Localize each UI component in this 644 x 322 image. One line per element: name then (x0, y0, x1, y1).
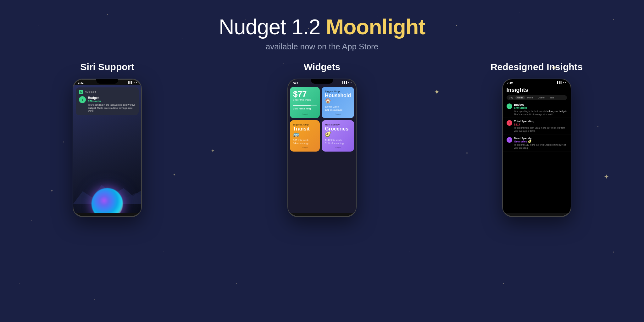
phone-status-icons-3: ▐▐▐ ▲ ▪ (556, 81, 566, 84)
insights-tabs: Day Week Month Quarter Year (507, 95, 567, 100)
title-plain: Nudget 1.2 (219, 15, 326, 39)
tab-quarter[interactable]: Quarter (536, 96, 547, 99)
phone-time-1: 7:32 (78, 81, 83, 84)
phone-time-3: 7:30 (507, 81, 513, 84)
tab-month[interactable]: Month (525, 96, 535, 99)
insight-budget-amount: $79 under (514, 106, 567, 109)
insight-spendy-content: Most Spendy Groceries 🥑 You spent $112 i… (514, 137, 567, 150)
feature-label-siri: Siri Support (80, 62, 135, 72)
insight-spending-content: Total Spending $217 You spent more than … (514, 120, 567, 133)
widget-line1-jump: $35 this week (293, 139, 317, 142)
widget-biggest-jump: Biggest Jump Transit 🚌 $35 this week $4 … (290, 120, 320, 152)
tab-year[interactable]: Year (548, 96, 556, 99)
nudget-header: N NUDGET (79, 90, 136, 94)
widget-category-spendy: Groceries 🥑 (325, 126, 351, 137)
widget-progress-bar (293, 105, 317, 106)
feature-siri-support: Siri Support 7:32 ▐▐▐ ▲ ▪ N NUDGET ↓ Bud… (0, 62, 215, 217)
widget-label-drop: Biggest Drop (325, 90, 351, 93)
widget-footer-2: Nudget (325, 113, 351, 115)
widget-line1-drop: $2 this week (325, 105, 351, 108)
phone-widgets: 7:34 ▐▐▐ ▲ ▪ $77 under this week (287, 79, 357, 217)
widget-remaining: 26% remaining (293, 107, 317, 110)
insight-budget: ↓ Budget $79 under Your spending in the … (503, 101, 571, 118)
insight-budget-row: ↓ Budget $79 under Your spending in the … (507, 103, 567, 116)
notification-amount: $79 under (88, 100, 136, 103)
insight-most-spendy: ↑ Most Spendy Groceries 🥑 You spent $112… (503, 135, 571, 152)
insight-spendy-icon: ↑ (507, 137, 512, 143)
title-highlight: Moonlight (326, 15, 425, 39)
notification-title: Budget (88, 96, 136, 100)
insight-spendy-amount: Groceries 🥑 (514, 140, 567, 143)
insight-spendy-body: You spent $112 in the last week, represe… (514, 143, 567, 150)
widget-footer-1: Nudget (293, 113, 317, 115)
insight-total-spending: ↑ Total Spending $217 You spent more tha… (503, 118, 571, 135)
feature-widgets: Widgets 7:34 ▐▐▐ ▲ ▪ $77 under this week (215, 62, 430, 217)
widget-biggest-drop: Biggest Drop Household 🏠 $2 this week $2… (322, 87, 354, 118)
page-title: Nudget 1.2 Moonlight (0, 15, 644, 39)
tab-week[interactable]: Week (515, 96, 525, 99)
feature-label-insights: Redesigned Insights (491, 62, 583, 72)
phone1-screen: N NUDGET ↓ Budget $79 under Your spendin… (73, 85, 141, 213)
feature-insights: Redesigned Insights 7:30 ▐▐▐ ▲ ▪ Insight… (429, 62, 644, 217)
insight-spending-body: You spent more than usual in the last we… (514, 126, 567, 133)
page-header: Nudget 1.2 Moonlight available now on th… (0, 0, 644, 52)
widget-label-spendy: Most Spendy (325, 123, 351, 126)
insight-spending-icon: ↑ (507, 120, 512, 126)
widget-amount: $77 (293, 90, 317, 98)
phone-time-2: 7:34 (292, 81, 298, 84)
insights-title: Insights (507, 87, 567, 93)
widget-line2-drop: $21 on average (325, 108, 351, 111)
phone-notch-2 (311, 79, 333, 84)
widget-line1-spendy: $112 this week (325, 139, 351, 142)
widget-line2-jump: $4 on average (293, 142, 317, 145)
phone-status-icons-2: ▐▐▐ ▲ ▪ (341, 81, 352, 84)
phone-notch-3 (526, 79, 548, 84)
phone3-screen: Insights Day Week Month Quarter Year ↓ B (503, 85, 571, 213)
phone-status-icons-1: ▐▐▐ ▲ ▪ (127, 81, 137, 84)
insight-budget-icon: ↓ (507, 103, 512, 109)
widget-progress-fill (293, 105, 311, 106)
notification-content: ↓ Budget $79 under Your spending in the … (79, 96, 136, 113)
siri-notification: N NUDGET ↓ Budget $79 under Your spendin… (76, 87, 139, 115)
widget-sub-label: under this week (293, 98, 317, 101)
widget-budget: $77 under this week 26% remaining Nudget (290, 87, 320, 118)
features-section: Siri Support 7:32 ▐▐▐ ▲ ▪ N NUDGET ↓ Bud… (0, 62, 644, 217)
phone-notch-1 (96, 79, 118, 84)
page-subtitle: available now on the App Store (0, 42, 644, 52)
widget-label-jump: Biggest Jump (293, 123, 317, 126)
widget-most-spendy: Most Spendy Groceries 🥑 $112 this week 5… (322, 120, 354, 152)
insight-spendy-row: ↑ Most Spendy Groceries 🥑 You spent $112… (507, 137, 567, 150)
budget-down-icon: ↓ (79, 96, 86, 103)
widget-category-jump: Transit 🚌 (293, 126, 317, 137)
widget-category-drop: Household 🏠 (325, 93, 351, 104)
phone2-screen: $77 under this week 26% remaining Nudget (288, 85, 356, 213)
insight-budget-body: Your spending in the last week is below … (514, 110, 567, 116)
insight-budget-title: Budget (514, 103, 567, 106)
phone-insights: 7:30 ▐▐▐ ▲ ▪ Insights Day Week Month Qua… (502, 79, 571, 217)
nudget-icon: N (79, 90, 83, 94)
insight-spending-amount: $217 (514, 123, 567, 126)
widget-line2-spendy: 51% of spending (325, 142, 351, 145)
nudget-label: NUDGET (85, 91, 96, 93)
phone-siri: 7:32 ▐▐▐ ▲ ▪ N NUDGET ↓ Budget $79 under (73, 79, 142, 217)
widgets-grid: $77 under this week 26% remaining Nudget (288, 85, 356, 153)
tab-day[interactable]: Day (507, 96, 515, 99)
insight-budget-content: Budget $79 under Your spending in the la… (514, 103, 567, 116)
insights-header: Insights Day Week Month Quarter Year (503, 85, 571, 101)
feature-label-widgets: Widgets (304, 62, 340, 72)
notification-text: Budget $79 under Your spending in the la… (88, 96, 136, 113)
insight-spending-title: Total Spending (514, 120, 567, 123)
notification-body: Your spending in the last week is below … (88, 103, 136, 113)
widget-footer-4: Nudget (325, 147, 351, 148)
insight-spendy-title: Most Spendy (514, 137, 567, 140)
widget-footer-3: Nudget (293, 147, 317, 148)
insight-spending-row: ↑ Total Spending $217 You spent more tha… (507, 120, 567, 133)
